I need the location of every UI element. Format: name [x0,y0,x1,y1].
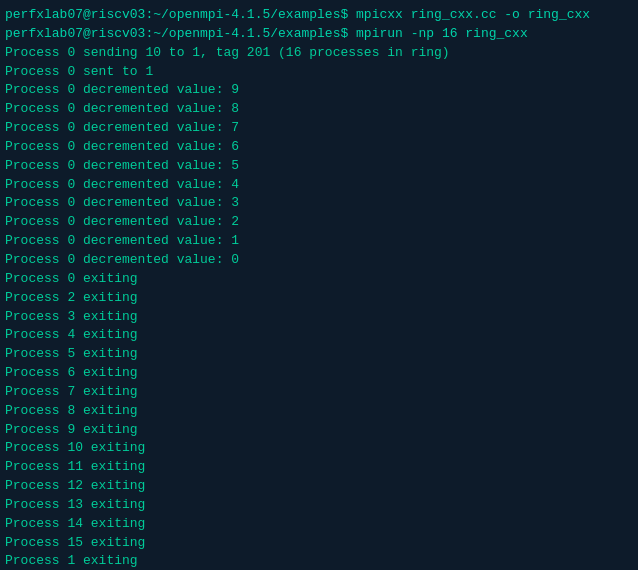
terminal-line: perfxlab07@riscv03:~/openmpi-4.1.5/examp… [5,6,633,25]
terminal-line: Process 7 exiting [5,383,633,402]
output-text: Process 8 exiting [5,403,138,418]
terminal-line: Process 3 exiting [5,308,633,327]
output-text: Process 0 exiting [5,271,138,286]
terminal-line: Process 2 exiting [5,289,633,308]
terminal-line: Process 0 decremented value: 6 [5,138,633,157]
command: mpirun -np 16 ring_cxx [356,26,528,41]
terminal-line: Process 8 exiting [5,402,633,421]
terminal-line: Process 10 exiting [5,439,633,458]
output-text: Process 3 exiting [5,309,138,324]
prompt: perfxlab07@riscv03:~/openmpi-4.1.5/examp… [5,7,356,22]
output-text: Process 15 exiting [5,535,145,550]
prompt: perfxlab07@riscv03:~/openmpi-4.1.5/examp… [5,26,356,41]
terminal-line: Process 11 exiting [5,458,633,477]
terminal-line: Process 0 decremented value: 1 [5,232,633,251]
terminal[interactable]: perfxlab07@riscv03:~/openmpi-4.1.5/examp… [0,0,638,570]
output-text: Process 0 decremented value: 9 [5,82,239,97]
terminal-line: Process 4 exiting [5,326,633,345]
output-text: Process 0 decremented value: 2 [5,214,239,229]
output-text: Process 0 decremented value: 4 [5,177,239,192]
terminal-line: Process 0 decremented value: 7 [5,119,633,138]
output-text: Process 4 exiting [5,327,138,342]
output-text: Process 0 decremented value: 3 [5,195,239,210]
output-text: Process 6 exiting [5,365,138,380]
terminal-line: Process 0 decremented value: 0 [5,251,633,270]
output-text: Process 5 exiting [5,346,138,361]
output-text: Process 0 sent to 1 [5,64,153,79]
terminal-line: Process 0 sent to 1 [5,63,633,82]
terminal-line: Process 0 exiting [5,270,633,289]
output-text: Process 7 exiting [5,384,138,399]
command: mpicxx ring_cxx.cc -o ring_cxx [356,7,590,22]
terminal-line: Process 0 decremented value: 3 [5,194,633,213]
output-text: Process 0 decremented value: 8 [5,101,239,116]
terminal-line: Process 14 exiting [5,515,633,534]
output-text: Process 0 decremented value: 6 [5,139,239,154]
output-text: Process 13 exiting [5,497,145,512]
terminal-line: Process 0 sending 10 to 1, tag 201 (16 p… [5,44,633,63]
output-text: Process 12 exiting [5,478,145,493]
output-text: Process 10 exiting [5,440,145,455]
output-text: Process 0 sending 10 to 1, tag 201 (16 p… [5,45,450,60]
output-text: Process 2 exiting [5,290,138,305]
output-text: Process 1 exiting [5,553,138,568]
output-text: Process 0 decremented value: 1 [5,233,239,248]
output-text: Process 0 decremented value: 0 [5,252,239,267]
terminal-line: Process 6 exiting [5,364,633,383]
terminal-line: Process 0 decremented value: 8 [5,100,633,119]
terminal-line: Process 0 decremented value: 4 [5,176,633,195]
terminal-line: Process 13 exiting [5,496,633,515]
output-text: Process 11 exiting [5,459,145,474]
terminal-line: Process 0 decremented value: 2 [5,213,633,232]
output-text: Process 0 decremented value: 7 [5,120,239,135]
terminal-line: Process 1 exiting [5,552,633,570]
terminal-line: Process 0 decremented value: 9 [5,81,633,100]
terminal-line: Process 15 exiting [5,534,633,553]
terminal-line: Process 0 decremented value: 5 [5,157,633,176]
output-text: Process 0 decremented value: 5 [5,158,239,173]
terminal-line: Process 12 exiting [5,477,633,496]
terminal-line: Process 5 exiting [5,345,633,364]
output-text: Process 14 exiting [5,516,145,531]
output-text: Process 9 exiting [5,422,138,437]
terminal-line: Process 9 exiting [5,421,633,440]
terminal-line: perfxlab07@riscv03:~/openmpi-4.1.5/examp… [5,25,633,44]
